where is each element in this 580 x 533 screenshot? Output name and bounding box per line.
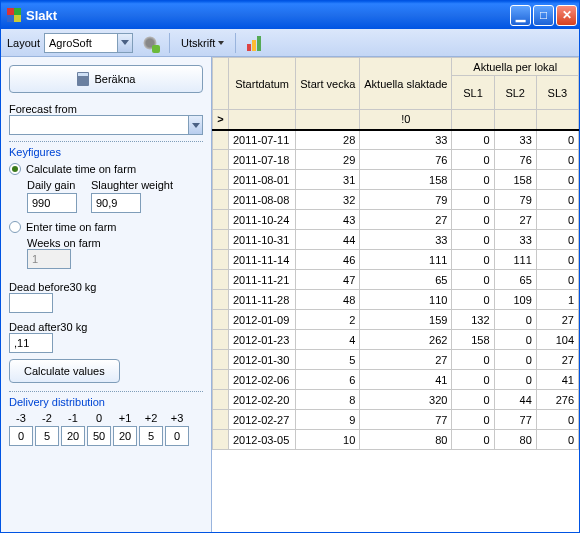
cell-week[interactable]: 5: [296, 350, 360, 370]
cell-week[interactable]: 32: [296, 190, 360, 210]
cell-date[interactable]: 2012-03-05: [229, 430, 296, 450]
cell-date[interactable]: 2011-10-24: [229, 210, 296, 230]
col-group-aktuella[interactable]: Aktuella per lokal: [452, 58, 579, 76]
chevron-down-icon[interactable]: [188, 116, 202, 134]
minimize-button[interactable]: ▁: [510, 5, 531, 26]
cell-sl2[interactable]: 77: [494, 410, 536, 430]
cell-sl1[interactable]: 0: [452, 190, 494, 210]
cell-sl1[interactable]: 0: [452, 350, 494, 370]
calculate-button[interactable]: Beräkna: [9, 65, 203, 93]
cell-sl1[interactable]: 0: [452, 170, 494, 190]
cell-sl3[interactable]: 0: [536, 430, 578, 450]
table-row[interactable]: 2012-03-0510800800: [213, 430, 579, 450]
cell-sl2[interactable]: 33: [494, 230, 536, 250]
cell-sl2[interactable]: 65: [494, 270, 536, 290]
cell-slaktade[interactable]: 76: [360, 150, 452, 170]
cell-date[interactable]: 2011-08-08: [229, 190, 296, 210]
cell-date[interactable]: 2012-02-27: [229, 410, 296, 430]
cell-date[interactable]: 2011-07-18: [229, 150, 296, 170]
cell-sl1[interactable]: 0: [452, 150, 494, 170]
cell-sl3[interactable]: 27: [536, 310, 578, 330]
table-row[interactable]: 2011-11-2147650650: [213, 270, 579, 290]
cell-week[interactable]: 44: [296, 230, 360, 250]
cell-sl2[interactable]: 0: [494, 350, 536, 370]
table-row[interactable]: 2011-07-1128330330: [213, 130, 579, 150]
table-row[interactable]: 2012-02-208320044276: [213, 390, 579, 410]
cell-date[interactable]: 2011-11-28: [229, 290, 296, 310]
cell-sl1[interactable]: 0: [452, 230, 494, 250]
close-button[interactable]: ✕: [556, 5, 577, 26]
col-sl1[interactable]: SL1: [452, 76, 494, 110]
dead-after-input[interactable]: [9, 333, 53, 353]
cell-slaktade[interactable]: 65: [360, 270, 452, 290]
table-row[interactable]: 2012-01-2342621580104: [213, 330, 579, 350]
cell-sl2[interactable]: 158: [494, 170, 536, 190]
cell-sl2[interactable]: 0: [494, 370, 536, 390]
cell-sl3[interactable]: 104: [536, 330, 578, 350]
cell-week[interactable]: 29: [296, 150, 360, 170]
cell-sl2[interactable]: 0: [494, 330, 536, 350]
table-row[interactable]: 2011-10-2443270270: [213, 210, 579, 230]
cell-slaktade[interactable]: 159: [360, 310, 452, 330]
dd-value-input[interactable]: [35, 426, 59, 446]
cell-sl1[interactable]: 0: [452, 270, 494, 290]
layout-combo-input[interactable]: [45, 34, 117, 52]
cell-slaktade[interactable]: 80: [360, 430, 452, 450]
cell-week[interactable]: 28: [296, 130, 360, 150]
cell-date[interactable]: 2011-11-21: [229, 270, 296, 290]
cell-sl3[interactable]: 0: [536, 130, 578, 150]
cell-sl1[interactable]: 132: [452, 310, 494, 330]
col-sl2[interactable]: SL2: [494, 76, 536, 110]
cell-sl3[interactable]: 27: [536, 350, 578, 370]
cell-date[interactable]: 2012-01-09: [229, 310, 296, 330]
cell-sl1[interactable]: 0: [452, 130, 494, 150]
cell-sl3[interactable]: 0: [536, 170, 578, 190]
data-grid[interactable]: Startdatum Start vecka Aktuella slaktade…: [212, 57, 579, 532]
cell-slaktade[interactable]: 33: [360, 130, 452, 150]
cell-sl2[interactable]: 33: [494, 130, 536, 150]
dd-value-input[interactable]: [9, 426, 33, 446]
cell-slaktade[interactable]: 27: [360, 210, 452, 230]
table-row[interactable]: 2011-08-0832790790: [213, 190, 579, 210]
forecast-from-combo[interactable]: [9, 115, 203, 135]
cell-sl3[interactable]: 0: [536, 230, 578, 250]
dead-before-input[interactable]: [9, 293, 53, 313]
cell-date[interactable]: 2012-02-06: [229, 370, 296, 390]
cell-date[interactable]: 2011-08-01: [229, 170, 296, 190]
maximize-button[interactable]: □: [533, 5, 554, 26]
cell-sl1[interactable]: 0: [452, 410, 494, 430]
cell-sl1[interactable]: 0: [452, 210, 494, 230]
slaughter-weight-input[interactable]: [91, 193, 141, 213]
dd-value-input[interactable]: [87, 426, 111, 446]
table-row[interactable]: 2011-11-284811001091: [213, 290, 579, 310]
cell-week[interactable]: 47: [296, 270, 360, 290]
table-row[interactable]: 2011-08-013115801580: [213, 170, 579, 190]
cell-date[interactable]: 2012-01-23: [229, 330, 296, 350]
cell-week[interactable]: 6: [296, 370, 360, 390]
cell-week[interactable]: 4: [296, 330, 360, 350]
dd-value-input[interactable]: [139, 426, 163, 446]
cell-week[interactable]: 9: [296, 410, 360, 430]
cell-week[interactable]: 31: [296, 170, 360, 190]
cell-sl3[interactable]: 41: [536, 370, 578, 390]
cell-sl3[interactable]: 1: [536, 290, 578, 310]
cell-sl1[interactable]: 0: [452, 370, 494, 390]
col-startdatum[interactable]: Startdatum: [229, 58, 296, 110]
calc-values-button[interactable]: Calculate values: [9, 359, 120, 383]
dd-value-input[interactable]: [165, 426, 189, 446]
col-aktuella-slaktade[interactable]: Aktuella slaktade: [360, 58, 452, 110]
table-row[interactable]: 2011-07-1829760760: [213, 150, 579, 170]
cell-sl2[interactable]: 27: [494, 210, 536, 230]
cell-slaktade[interactable]: 33: [360, 230, 452, 250]
cell-date[interactable]: 2012-02-20: [229, 390, 296, 410]
cell-sl3[interactable]: 276: [536, 390, 578, 410]
enter-time-radio[interactable]: Enter time on farm: [9, 221, 203, 233]
cell-sl2[interactable]: 80: [494, 430, 536, 450]
cell-slaktade[interactable]: 79: [360, 190, 452, 210]
cell-week[interactable]: 8: [296, 390, 360, 410]
cell-week[interactable]: 48: [296, 290, 360, 310]
cell-date[interactable]: 2011-07-11: [229, 130, 296, 150]
cell-sl2[interactable]: 44: [494, 390, 536, 410]
cell-sl3[interactable]: 0: [536, 250, 578, 270]
table-row[interactable]: 2012-02-066410041: [213, 370, 579, 390]
